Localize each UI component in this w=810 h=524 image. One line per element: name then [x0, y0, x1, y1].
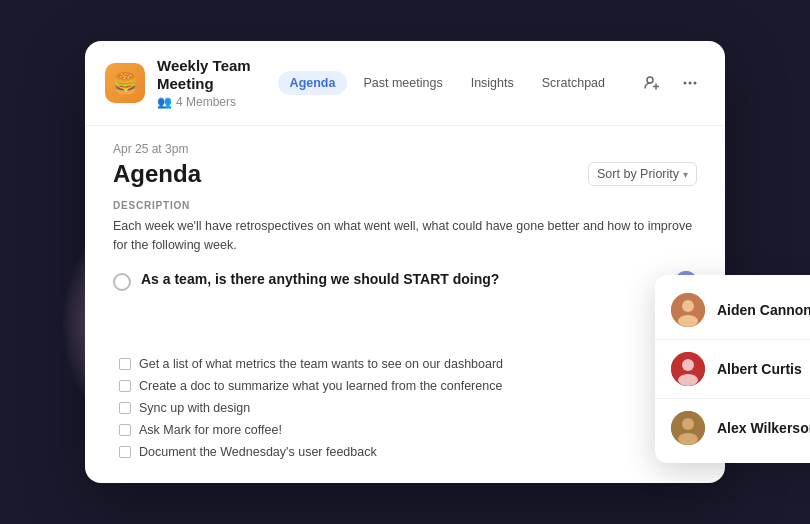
app-icon: 🍔	[105, 63, 145, 103]
card-header: 🍔 Weekly Team Meeting 👥 4 Members Agenda…	[85, 41, 725, 126]
members-icon: 👥	[157, 95, 172, 109]
todo-checkbox-5[interactable]	[119, 446, 131, 458]
svg-point-1	[684, 82, 687, 85]
date-label: Apr 25 at 3pm	[113, 142, 697, 156]
dropdown-avatar-2	[671, 352, 705, 386]
svg-point-2	[689, 82, 692, 85]
todo-item: Create a doc to summarize what you learn…	[119, 375, 697, 397]
todo-checkbox-3[interactable]	[119, 402, 131, 414]
svg-point-14	[682, 300, 694, 312]
todo-checkbox-2[interactable]	[119, 380, 131, 392]
todo-list: Get a list of what metrics the team want…	[113, 353, 697, 463]
tab-insights[interactable]: Insights	[459, 71, 526, 95]
dropdown-item-3[interactable]: Alex Wilkerson ✓	[655, 401, 810, 455]
header-actions	[637, 68, 705, 98]
todo-text-2: Create a doc to summarize what you learn…	[139, 379, 502, 393]
todo-text-3: Sync up with design	[139, 401, 250, 415]
divider	[655, 398, 810, 399]
agenda-title: Agenda	[113, 160, 201, 188]
card-content: Apr 25 at 3pm Agenda Sort by Priority ▾ …	[85, 126, 725, 483]
tab-agenda[interactable]: Agenda	[278, 71, 348, 95]
meeting-members: 👥 4 Members	[157, 95, 266, 109]
todo-item: Ask Mark for more coffee!	[119, 419, 697, 441]
todo-item: Document the Wednesday's user feedback	[119, 441, 697, 463]
svg-point-0	[647, 77, 653, 83]
main-card: 🍔 Weekly Team Meeting 👥 4 Members Agenda…	[85, 41, 725, 483]
sort-control[interactable]: Sort by Priority ▾	[588, 162, 697, 186]
sort-label: Sort by Priority	[597, 167, 679, 181]
todo-item: Get a list of what metrics the team want…	[119, 353, 697, 375]
svg-point-17	[682, 359, 694, 371]
todo-text-5: Document the Wednesday's user feedback	[139, 445, 377, 459]
todo-item: Sync up with design	[119, 397, 697, 419]
dropdown-name-1: Aiden Cannon	[717, 302, 810, 318]
svg-point-18	[678, 374, 698, 386]
todo-checkbox-4[interactable]	[119, 424, 131, 436]
todo-text-1: Get a list of what metrics the team want…	[139, 357, 503, 371]
dropdown-item-2[interactable]: Albert Curtis ✓	[655, 342, 810, 396]
dropdown-name-3: Alex Wilkerson	[717, 420, 810, 436]
agenda-header-row: Agenda Sort by Priority ▾	[113, 160, 697, 188]
dropdown-item-1[interactable]: Aiden Cannon	[655, 283, 810, 337]
tab-scratchpad[interactable]: Scratchpad	[530, 71, 617, 95]
header-nav: Agenda Past meetings Insights Scratchpad	[278, 71, 617, 95]
svg-point-3	[694, 82, 697, 85]
assignee-dropdown: Aiden Cannon Albert Curtis ✓	[655, 275, 810, 463]
dropdown-avatar-1	[671, 293, 705, 327]
description-text: Each week we'll have retrospectives on w…	[113, 217, 697, 255]
chevron-down-icon: ▾	[683, 169, 688, 180]
meeting-title: Weekly Team Meeting	[157, 57, 266, 93]
todo-text-4: Ask Mark for more coffee!	[139, 423, 282, 437]
svg-point-21	[678, 433, 698, 445]
question-item: As a team, is there anything we should S…	[113, 271, 697, 343]
meeting-info: Weekly Team Meeting 👥 4 Members	[157, 57, 266, 109]
more-options-button[interactable]	[675, 68, 705, 98]
dropdown-name-2: Albert Curtis	[717, 361, 810, 377]
add-member-button[interactable]	[637, 68, 667, 98]
question-text: As a team, is there anything we should S…	[141, 271, 665, 287]
divider	[655, 339, 810, 340]
description-label: DESCRIPTION	[113, 200, 697, 211]
svg-point-15	[678, 315, 698, 327]
svg-point-20	[682, 418, 694, 430]
todo-checkbox-1[interactable]	[119, 358, 131, 370]
tab-past-meetings[interactable]: Past meetings	[351, 71, 454, 95]
question-radio[interactable]	[113, 273, 131, 291]
dropdown-avatar-3	[671, 411, 705, 445]
